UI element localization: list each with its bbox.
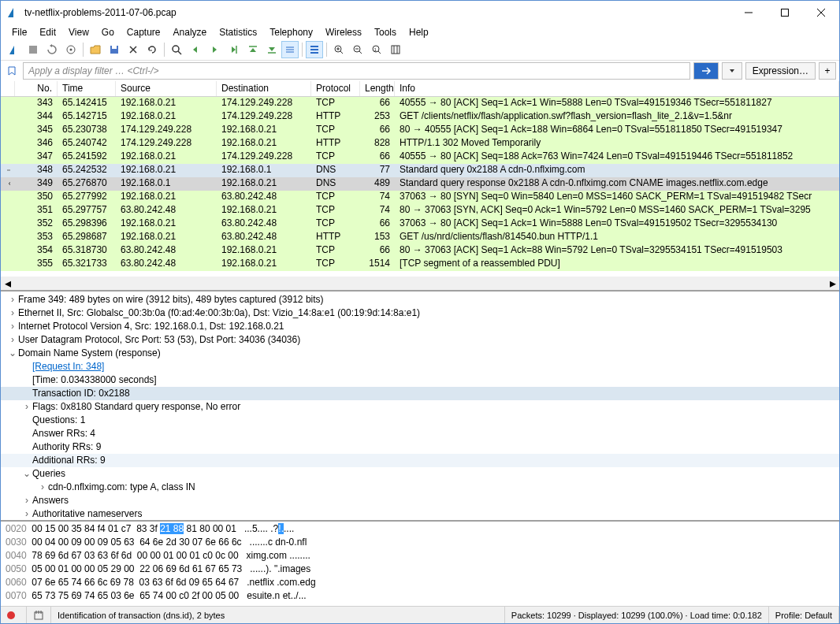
add-filter-button[interactable]: +	[819, 62, 836, 80]
svg-line-27	[359, 51, 362, 54]
detail-flags[interactable]: Flags: 0x8180 Standard query response, N…	[32, 401, 240, 412]
filter-bar: Expression… +	[1, 61, 839, 81]
goto-packet-icon[interactable]	[225, 41, 242, 58]
packet-row[interactable]: 35065.277992192.168.0.2163.80.242.48TCP7…	[1, 191, 839, 204]
main-toolbar: 1	[1, 40, 839, 61]
apply-filter-button[interactable]	[693, 62, 719, 80]
capture-file-button[interactable]	[27, 607, 51, 623]
reload-icon[interactable]	[143, 41, 161, 58]
detail-additional-rrs[interactable]: Additional RRs: 9	[32, 455, 106, 466]
col-protocol[interactable]: Protocol	[311, 81, 360, 96]
detail-auth-ns[interactable]: Authoritative nameservers	[32, 508, 142, 519]
menubar: File Edit View Go Capture Analyze Statis…	[1, 24, 839, 40]
svg-point-11	[173, 46, 179, 52]
start-capture-icon[interactable]	[6, 41, 23, 58]
restart-capture-icon[interactable]	[43, 41, 61, 58]
detail-answers[interactable]: Answers	[32, 495, 69, 506]
detail-dns[interactable]: Domain Name System (response)	[18, 347, 161, 358]
col-destination[interactable]: Destination	[217, 81, 311, 96]
svg-point-6	[70, 49, 72, 51]
menu-telephony[interactable]: Telephony	[263, 25, 319, 39]
packet-row[interactable]: 35165.29775763.80.242.48192.168.0.21TCP7…	[1, 204, 839, 217]
menu-help[interactable]: Help	[403, 25, 435, 39]
packet-bytes-pane[interactable]: 0020 00 15 00 35 84 f4 01 c7 83 3f 21 88…	[1, 522, 839, 606]
save-file-icon[interactable]	[106, 41, 123, 58]
hex-line[interactable]: 0040 78 69 6d 67 03 63 6f 6d 00 00 01 00…	[6, 550, 834, 563]
status-packets: Packets: 10299 · Displayed: 10299 (100.0…	[505, 607, 769, 623]
menu-view[interactable]: View	[62, 25, 95, 39]
display-filter-input[interactable]	[23, 62, 690, 80]
expert-info-button[interactable]	[1, 607, 27, 623]
packet-row[interactable]: 35265.298396192.168.0.2163.80.242.48TCP6…	[1, 217, 839, 231]
menu-edit[interactable]: Edit	[33, 25, 62, 39]
stop-capture-icon[interactable]	[24, 41, 42, 58]
menu-analyze[interactable]: Analyze	[167, 25, 214, 39]
detail-request-in[interactable]: [Request In: 348]	[32, 361, 104, 372]
detail-udp[interactable]: User Datagram Protocol, Src Port: 53 (53…	[18, 334, 300, 345]
packet-row[interactable]: 34665.240742174.129.249.228192.168.0.21H…	[1, 137, 839, 150]
detail-auth-rrs[interactable]: Authority RRs: 9	[32, 441, 101, 452]
maximize-button[interactable]	[767, 1, 803, 24]
menu-tools[interactable]: Tools	[368, 25, 403, 39]
packet-row[interactable]: 34865.242532192.168.0.21192.168.0.1DNS77…	[1, 164, 839, 177]
close-file-icon[interactable]	[125, 41, 142, 58]
goto-last-icon[interactable]	[262, 41, 280, 58]
close-button[interactable]	[803, 1, 839, 24]
packet-list-hscroll[interactable]: ◂▸	[1, 277, 839, 290]
col-source[interactable]: Source	[116, 81, 217, 96]
resize-columns-icon[interactable]	[387, 41, 404, 58]
goto-first-icon[interactable]	[243, 41, 261, 58]
minimize-button[interactable]	[730, 1, 767, 24]
colorize-icon[interactable]	[306, 41, 323, 58]
detail-ip[interactable]: Internet Protocol Version 4, Src: 192.16…	[18, 321, 284, 332]
detail-frame[interactable]: Frame 349: 489 bytes on wire (3912 bits)…	[18, 294, 324, 305]
status-profile[interactable]: Profile: Default	[769, 607, 839, 623]
app-icon	[7, 6, 20, 19]
hex-line[interactable]: 0020 00 15 00 35 84 f4 01 c7 83 3f 21 88…	[6, 523, 834, 537]
packet-row[interactable]: 34365.142415192.168.0.21174.129.249.228T…	[1, 97, 839, 110]
col-no[interactable]: No.	[15, 81, 58, 96]
zoom-in-icon[interactable]	[330, 41, 348, 58]
detail-answer-rrs[interactable]: Answer RRs: 4	[32, 428, 95, 439]
bookmark-filter-icon[interactable]	[4, 63, 20, 79]
packet-row[interactable]: 35565.32173363.80.242.48192.168.0.21TCP1…	[1, 258, 839, 271]
packet-row[interactable]: 34965.276870192.168.0.1192.168.0.21DNS48…	[1, 177, 839, 191]
capture-options-icon[interactable]	[62, 41, 80, 58]
detail-questions[interactable]: Questions: 1	[32, 414, 85, 425]
menu-wireless[interactable]: Wireless	[319, 25, 368, 39]
go-forward-icon[interactable]	[206, 41, 223, 58]
detail-trans-id[interactable]: Transaction ID: 0x2188	[32, 388, 130, 399]
detail-queries[interactable]: Queries	[32, 468, 65, 479]
col-info[interactable]: Info	[395, 81, 839, 96]
col-length[interactable]: Length	[360, 81, 395, 96]
menu-capture[interactable]: Capture	[121, 25, 167, 39]
svg-line-30	[378, 51, 381, 54]
zoom-reset-icon[interactable]: 1	[368, 41, 385, 58]
zoom-out-icon[interactable]	[349, 41, 366, 58]
hex-line[interactable]: 0060 07 6e 65 74 66 6c 69 78 03 63 6f 6d…	[6, 577, 834, 590]
packet-row[interactable]: 34765.241592192.168.0.21174.129.249.228T…	[1, 150, 839, 164]
detail-query-1[interactable]: cdn-0.nflximg.com: type A, class IN	[48, 481, 195, 492]
go-back-icon[interactable]	[187, 41, 204, 58]
detail-ethernet[interactable]: Ethernet II, Src: Globalsc_00:3b:0a (f0:…	[18, 307, 420, 318]
menu-statistics[interactable]: Statistics	[213, 25, 263, 39]
packet-row[interactable]: 35365.298687192.168.0.2163.80.242.48HTTP…	[1, 231, 839, 244]
packet-row[interactable]: 34465.142715192.168.0.21174.129.249.228H…	[1, 110, 839, 124]
hex-line[interactable]: 0070 65 73 75 69 74 65 03 6e 65 74 00 c0…	[6, 590, 834, 604]
filter-history-button[interactable]	[722, 62, 742, 80]
hex-line[interactable]: 0030 00 04 00 09 00 09 05 63 64 6e 2d 30…	[6, 537, 834, 550]
menu-file[interactable]: File	[6, 25, 33, 39]
packet-row[interactable]: 34565.230738174.129.249.228192.168.0.21T…	[1, 124, 839, 137]
auto-scroll-icon[interactable]	[281, 41, 299, 58]
hex-line[interactable]: 0050 05 00 01 00 00 05 29 00 22 06 69 6d…	[6, 563, 834, 577]
expression-button[interactable]: Expression…	[745, 62, 816, 80]
col-time[interactable]: Time	[58, 81, 116, 96]
window-title: tv-netflix-problems-2011-07-06.pcap	[24, 7, 730, 18]
packet-row[interactable]: 35465.31873063.80.242.48192.168.0.21TCP6…	[1, 244, 839, 258]
open-file-icon[interactable]	[87, 41, 104, 58]
packet-details-pane[interactable]: ›Frame 349: 489 bytes on wire (3912 bits…	[1, 292, 839, 522]
packet-list-body[interactable]: 34365.142415192.168.0.21174.129.249.228T…	[1, 97, 839, 277]
menu-go[interactable]: Go	[95, 25, 121, 39]
detail-time[interactable]: [Time: 0.034338000 seconds]	[32, 374, 157, 385]
find-packet-icon[interactable]	[168, 41, 185, 58]
